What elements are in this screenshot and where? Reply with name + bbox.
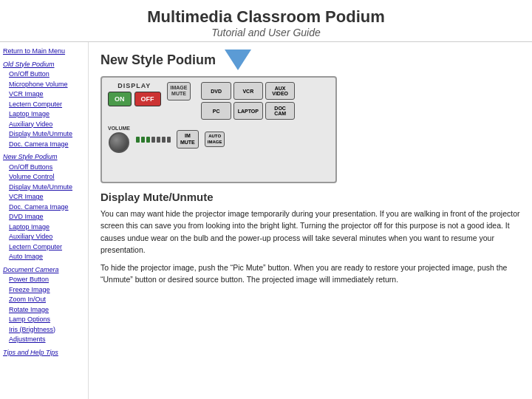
sidebar-item-new-laptop[interactable]: Laptop Image xyxy=(3,222,85,233)
sidebar-item-new-aux-video[interactable]: Auxiliary Video xyxy=(3,232,85,242)
sidebar-doc-camera-header[interactable]: Document Camera xyxy=(3,265,85,276)
main-content: New Style Podium DISPLAY ON OFF IMAGEMUT… xyxy=(89,42,532,399)
auto-image-button[interactable]: AUTOIMAGE xyxy=(205,132,225,146)
led-3 xyxy=(146,137,150,143)
display-label: DISPLAY xyxy=(117,82,151,89)
page-title: Multimedia Classroom Podium xyxy=(0,7,532,27)
vcr-button[interactable]: VCR xyxy=(233,82,263,100)
sidebar-item-doc-camera[interactable]: Doc. Camera Image xyxy=(3,140,85,150)
sidebar-item-new-vcr[interactable]: VCR Image xyxy=(3,192,85,202)
paragraph-2-text: To hide the projector image, push the “P… xyxy=(100,263,507,284)
sub-section-title: Display Mute/Unmute xyxy=(100,191,520,203)
sidebar-item-adjustments[interactable]: Adjustments xyxy=(3,335,85,345)
led-7 xyxy=(167,137,171,143)
pc-button[interactable]: PC xyxy=(201,102,231,120)
arrow-down-icon xyxy=(225,50,251,70)
sidebar-item-lamp[interactable]: Lamp Options xyxy=(3,315,85,325)
volume-section: VOLUME xyxy=(108,126,130,153)
sidebar-item-onoff[interactable]: On/Off Button xyxy=(3,69,85,80)
sidebar-item-dvd[interactable]: DVD Image xyxy=(3,212,85,222)
led-2 xyxy=(141,137,145,143)
aux-video-button[interactable]: AUXVIDEO xyxy=(265,82,295,100)
sidebar-new-style-podium-header[interactable]: New Style Podium xyxy=(3,152,85,163)
sidebar-item-auto-image[interactable]: Auto Image xyxy=(3,252,85,262)
dvd-button[interactable]: DVD xyxy=(201,82,231,100)
sidebar-item-new-display-mute[interactable]: Display Mute/Unmute xyxy=(3,183,85,193)
page-header: Multimedia Classroom Podium Tutorial and… xyxy=(0,0,532,42)
led-6 xyxy=(162,137,166,143)
paragraph-2: To hide the projector image, push the “P… xyxy=(100,262,520,286)
off-button[interactable]: OFF xyxy=(134,92,161,106)
sidebar-old-style-podium-header[interactable]: Old Style Podium xyxy=(3,60,85,70)
sidebar: Return to Main Menu Old Style Podium On/… xyxy=(0,42,89,399)
section-title-row: New Style Podium xyxy=(100,50,520,70)
volume-label: VOLUME xyxy=(108,126,130,131)
sidebar-item-new-onoff[interactable]: On/Off Buttons xyxy=(3,163,85,173)
im-mute-button[interactable]: IMMUTE xyxy=(177,130,199,149)
paragraph-1: You can may want hide the projector imag… xyxy=(100,208,520,256)
doc-cam-button[interactable]: DOCCAM xyxy=(265,102,295,120)
sidebar-item-rotate[interactable]: Rotate Image xyxy=(3,305,85,316)
on-button[interactable]: ON xyxy=(108,92,132,106)
led-1 xyxy=(136,137,140,143)
led-4 xyxy=(151,137,155,143)
sidebar-item-mic-volume[interactable]: Microphone Volume xyxy=(3,80,85,90)
sidebar-item-volume-control[interactable]: Volume Control xyxy=(3,172,85,183)
image-mute-button[interactable]: IMAGEMUTE xyxy=(167,82,191,100)
volume-knob[interactable] xyxy=(109,132,129,153)
sidebar-item-new-doc-camera[interactable]: Doc. Camera Image xyxy=(3,202,85,213)
sidebar-item-zoom[interactable]: Zoom In/Out xyxy=(3,295,85,305)
laptop-button[interactable]: LAPTOP xyxy=(233,102,263,120)
sidebar-item-freeze-image[interactable]: Freeze Image xyxy=(3,285,85,296)
section-title-text: New Style Podium xyxy=(100,52,216,68)
sidebar-item-iris[interactable]: Iris (Brightness) xyxy=(3,325,85,335)
sidebar-item-vcr-image[interactable]: VCR Image xyxy=(3,89,85,100)
page-subtitle: Tutorial and User Guide xyxy=(0,27,532,38)
sidebar-item-lectern-computer[interactable]: Lectern Computer xyxy=(3,100,85,110)
sidebar-item-laptop-image[interactable]: Laptop Image xyxy=(3,109,85,120)
return-to-main-menu-link[interactable]: Return to Main Menu xyxy=(3,47,85,57)
sidebar-item-aux-video[interactable]: Auxiliary Video xyxy=(3,120,85,130)
sidebar-tips-link[interactable]: Tips and Help Tips xyxy=(3,348,85,358)
podium-panel: DISPLAY ON OFF IMAGEMUTE DVD VCR AUXVIDE… xyxy=(100,76,337,183)
sidebar-item-power-button[interactable]: Power Button xyxy=(3,275,85,285)
sidebar-item-display-mute[interactable]: Display Mute/Unmute xyxy=(3,129,85,140)
sidebar-item-new-lectern[interactable]: Lectern Computer xyxy=(3,242,85,253)
led-5 xyxy=(157,137,160,143)
led-row xyxy=(136,137,171,143)
